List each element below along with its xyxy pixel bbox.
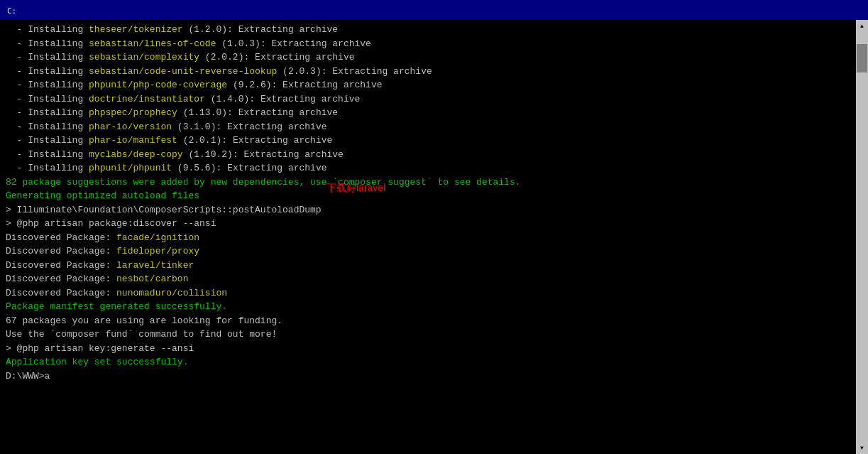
scrollbar-thumb[interactable] [857, 44, 867, 72]
terminal-line: Discovered Package: laravel/tinker [6, 259, 862, 273]
scrollbar[interactable]: ▲ ▼ [856, 20, 868, 454]
titlebar-controls [762, 2, 862, 18]
cmd-icon: C: [6, 4, 17, 16]
titlebar: C: [0, 0, 868, 20]
terminal-line: > @php artisan package:discover --ansi [6, 217, 862, 231]
close-button[interactable] [830, 2, 862, 18]
annotation: 下载好laravel [326, 182, 385, 195]
terminal-line: - Installing phpunit/php-code-coverage (… [6, 78, 862, 92]
terminal-line: Application key set successfully. [6, 355, 862, 369]
terminal-line: - Installing theseer/tokenizer (1.2.0): … [6, 23, 862, 37]
terminal-output: - Installing theseer/tokenizer (1.2.0): … [6, 23, 862, 383]
terminal-line: - Installing phar-io/manifest (2.0.1): E… [6, 134, 862, 148]
scroll-up-arrow[interactable]: ▲ [856, 20, 868, 32]
terminal-line: > @php artisan key:generate --ansi [6, 342, 862, 356]
terminal-line: - Installing phpunit/phpunit (9.5.6): Ex… [6, 161, 862, 175]
terminal-line: 67 packages you are using are looking fo… [6, 314, 862, 328]
terminal-line: - Installing phar-io/version (3.1.0): Ex… [6, 120, 862, 134]
terminal-line: - Installing sebastian/code-unit-reverse… [6, 65, 862, 79]
terminal-line: Generating optimized autoload files [6, 189, 862, 203]
terminal-line: - Installing sebastian/lines-of-code (1.… [6, 37, 862, 51]
scroll-down-arrow[interactable]: ▼ [856, 442, 868, 454]
terminal-line: Discovered Package: fideloper/proxy [6, 244, 862, 259]
terminal-line: > Illuminate\Foundation\ComposerScripts:… [6, 203, 862, 217]
minimize-button[interactable] [762, 2, 794, 18]
titlebar-left: C: [6, 4, 21, 16]
terminal-line: 82 package suggestions were added by new… [6, 175, 862, 190]
svg-text:C:: C: [7, 6, 16, 16]
terminal-line: Use the `composer fund` command to find … [6, 328, 862, 342]
terminal-line: Package manifest generated successfully. [6, 300, 862, 314]
terminal-line: Discovered Package: nesbot/carbon [6, 272, 862, 286]
terminal: - Installing theseer/tokenizer (1.2.0): … [0, 20, 868, 454]
terminal-line: D:\WWW>a [6, 369, 862, 384]
terminal-line: - Installing myclabs/deep-copy (1.10.2):… [6, 148, 862, 162]
terminal-line: - Installing phpspec/prophecy (1.13.0): … [6, 106, 862, 120]
maximize-button[interactable] [796, 2, 828, 18]
terminal-line: - Installing doctrine/instantiator (1.4.… [6, 92, 862, 107]
terminal-line: Discovered Package: facade/ignition [6, 231, 862, 245]
terminal-line: Discovered Package: nunomaduro/collision [6, 286, 862, 301]
terminal-line: - Installing sebastian/complexity (2.0.2… [6, 50, 862, 65]
